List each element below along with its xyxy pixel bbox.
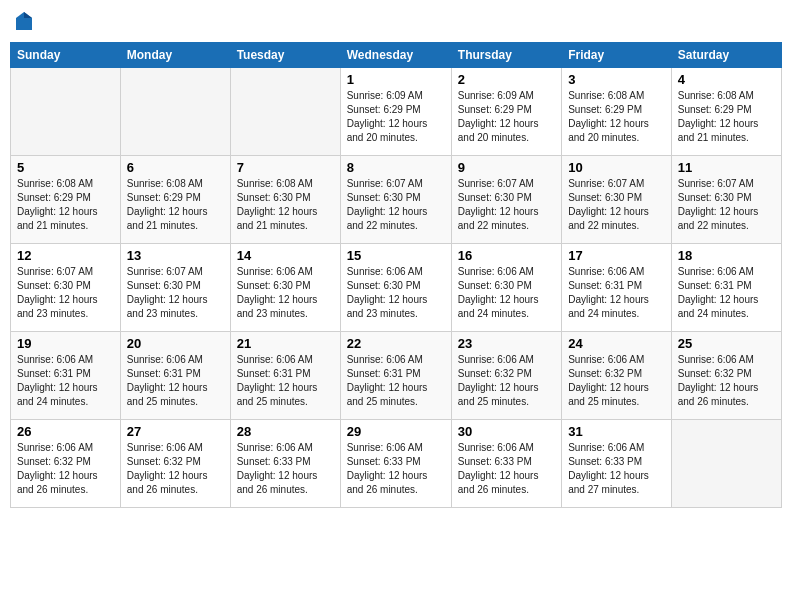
- day-info: Sunrise: 6:08 AM Sunset: 6:29 PM Dayligh…: [678, 89, 775, 145]
- day-number: 21: [237, 336, 334, 351]
- day-info: Sunrise: 6:07 AM Sunset: 6:30 PM Dayligh…: [347, 177, 445, 233]
- day-info: Sunrise: 6:07 AM Sunset: 6:30 PM Dayligh…: [127, 265, 224, 321]
- calendar-cell: 5Sunrise: 6:08 AM Sunset: 6:29 PM Daylig…: [11, 156, 121, 244]
- svg-marker-1: [24, 12, 32, 18]
- calendar-table: SundayMondayTuesdayWednesdayThursdayFrid…: [10, 42, 782, 508]
- day-number: 15: [347, 248, 445, 263]
- day-number: 18: [678, 248, 775, 263]
- day-number: 11: [678, 160, 775, 175]
- day-info: Sunrise: 6:06 AM Sunset: 6:31 PM Dayligh…: [127, 353, 224, 409]
- calendar-cell: [11, 68, 121, 156]
- column-header-wednesday: Wednesday: [340, 43, 451, 68]
- day-number: 2: [458, 72, 555, 87]
- day-number: 27: [127, 424, 224, 439]
- calendar-cell: 24Sunrise: 6:06 AM Sunset: 6:32 PM Dayli…: [562, 332, 672, 420]
- day-number: 17: [568, 248, 665, 263]
- calendar-cell: 19Sunrise: 6:06 AM Sunset: 6:31 PM Dayli…: [11, 332, 121, 420]
- calendar-cell: 10Sunrise: 6:07 AM Sunset: 6:30 PM Dayli…: [562, 156, 672, 244]
- calendar-cell: 3Sunrise: 6:08 AM Sunset: 6:29 PM Daylig…: [562, 68, 672, 156]
- day-info: Sunrise: 6:06 AM Sunset: 6:33 PM Dayligh…: [568, 441, 665, 497]
- day-number: 19: [17, 336, 114, 351]
- logo-icon: [14, 10, 34, 34]
- day-info: Sunrise: 6:06 AM Sunset: 6:30 PM Dayligh…: [347, 265, 445, 321]
- calendar-cell: 16Sunrise: 6:06 AM Sunset: 6:30 PM Dayli…: [451, 244, 561, 332]
- day-number: 30: [458, 424, 555, 439]
- day-number: 4: [678, 72, 775, 87]
- calendar-cell: 30Sunrise: 6:06 AM Sunset: 6:33 PM Dayli…: [451, 420, 561, 508]
- day-info: Sunrise: 6:08 AM Sunset: 6:29 PM Dayligh…: [127, 177, 224, 233]
- calendar-cell: 27Sunrise: 6:06 AM Sunset: 6:32 PM Dayli…: [120, 420, 230, 508]
- day-number: 1: [347, 72, 445, 87]
- day-number: 23: [458, 336, 555, 351]
- day-info: Sunrise: 6:06 AM Sunset: 6:32 PM Dayligh…: [17, 441, 114, 497]
- column-header-saturday: Saturday: [671, 43, 781, 68]
- day-number: 6: [127, 160, 224, 175]
- day-info: Sunrise: 6:09 AM Sunset: 6:29 PM Dayligh…: [458, 89, 555, 145]
- day-info: Sunrise: 6:06 AM Sunset: 6:32 PM Dayligh…: [678, 353, 775, 409]
- week-row-3: 12Sunrise: 6:07 AM Sunset: 6:30 PM Dayli…: [11, 244, 782, 332]
- day-number: 7: [237, 160, 334, 175]
- day-info: Sunrise: 6:08 AM Sunset: 6:29 PM Dayligh…: [568, 89, 665, 145]
- calendar-cell: 18Sunrise: 6:06 AM Sunset: 6:31 PM Dayli…: [671, 244, 781, 332]
- week-row-1: 1Sunrise: 6:09 AM Sunset: 6:29 PM Daylig…: [11, 68, 782, 156]
- day-info: Sunrise: 6:06 AM Sunset: 6:32 PM Dayligh…: [458, 353, 555, 409]
- calendar-cell: [120, 68, 230, 156]
- calendar-cell: 8Sunrise: 6:07 AM Sunset: 6:30 PM Daylig…: [340, 156, 451, 244]
- day-number: 24: [568, 336, 665, 351]
- column-headers: SundayMondayTuesdayWednesdayThursdayFrid…: [11, 43, 782, 68]
- day-number: 8: [347, 160, 445, 175]
- day-info: Sunrise: 6:06 AM Sunset: 6:31 PM Dayligh…: [678, 265, 775, 321]
- calendar-cell: 11Sunrise: 6:07 AM Sunset: 6:30 PM Dayli…: [671, 156, 781, 244]
- day-number: 10: [568, 160, 665, 175]
- calendar-cell: 4Sunrise: 6:08 AM Sunset: 6:29 PM Daylig…: [671, 68, 781, 156]
- day-info: Sunrise: 6:07 AM Sunset: 6:30 PM Dayligh…: [458, 177, 555, 233]
- calendar-cell: 2Sunrise: 6:09 AM Sunset: 6:29 PM Daylig…: [451, 68, 561, 156]
- calendar-cell: 23Sunrise: 6:06 AM Sunset: 6:32 PM Dayli…: [451, 332, 561, 420]
- calendar-cell: 28Sunrise: 6:06 AM Sunset: 6:33 PM Dayli…: [230, 420, 340, 508]
- column-header-friday: Friday: [562, 43, 672, 68]
- day-number: 31: [568, 424, 665, 439]
- day-info: Sunrise: 6:06 AM Sunset: 6:32 PM Dayligh…: [127, 441, 224, 497]
- day-info: Sunrise: 6:08 AM Sunset: 6:29 PM Dayligh…: [17, 177, 114, 233]
- logo: [14, 10, 38, 34]
- column-header-tuesday: Tuesday: [230, 43, 340, 68]
- day-info: Sunrise: 6:06 AM Sunset: 6:31 PM Dayligh…: [237, 353, 334, 409]
- day-info: Sunrise: 6:06 AM Sunset: 6:31 PM Dayligh…: [17, 353, 114, 409]
- day-number: 26: [17, 424, 114, 439]
- day-info: Sunrise: 6:06 AM Sunset: 6:33 PM Dayligh…: [237, 441, 334, 497]
- day-number: 14: [237, 248, 334, 263]
- day-number: 22: [347, 336, 445, 351]
- calendar-cell: 1Sunrise: 6:09 AM Sunset: 6:29 PM Daylig…: [340, 68, 451, 156]
- calendar-cell: 25Sunrise: 6:06 AM Sunset: 6:32 PM Dayli…: [671, 332, 781, 420]
- calendar-cell: 6Sunrise: 6:08 AM Sunset: 6:29 PM Daylig…: [120, 156, 230, 244]
- day-number: 29: [347, 424, 445, 439]
- week-row-5: 26Sunrise: 6:06 AM Sunset: 6:32 PM Dayli…: [11, 420, 782, 508]
- day-info: Sunrise: 6:06 AM Sunset: 6:33 PM Dayligh…: [347, 441, 445, 497]
- calendar-cell: 20Sunrise: 6:06 AM Sunset: 6:31 PM Dayli…: [120, 332, 230, 420]
- week-row-2: 5Sunrise: 6:08 AM Sunset: 6:29 PM Daylig…: [11, 156, 782, 244]
- calendar-cell: 26Sunrise: 6:06 AM Sunset: 6:32 PM Dayli…: [11, 420, 121, 508]
- column-header-thursday: Thursday: [451, 43, 561, 68]
- day-number: 13: [127, 248, 224, 263]
- day-info: Sunrise: 6:06 AM Sunset: 6:31 PM Dayligh…: [568, 265, 665, 321]
- day-info: Sunrise: 6:07 AM Sunset: 6:30 PM Dayligh…: [17, 265, 114, 321]
- day-info: Sunrise: 6:07 AM Sunset: 6:30 PM Dayligh…: [568, 177, 665, 233]
- day-info: Sunrise: 6:09 AM Sunset: 6:29 PM Dayligh…: [347, 89, 445, 145]
- day-info: Sunrise: 6:06 AM Sunset: 6:33 PM Dayligh…: [458, 441, 555, 497]
- day-number: 3: [568, 72, 665, 87]
- day-info: Sunrise: 6:07 AM Sunset: 6:30 PM Dayligh…: [678, 177, 775, 233]
- calendar-cell: 14Sunrise: 6:06 AM Sunset: 6:30 PM Dayli…: [230, 244, 340, 332]
- calendar-cell: 13Sunrise: 6:07 AM Sunset: 6:30 PM Dayli…: [120, 244, 230, 332]
- day-number: 20: [127, 336, 224, 351]
- day-number: 12: [17, 248, 114, 263]
- day-number: 5: [17, 160, 114, 175]
- calendar-cell: 31Sunrise: 6:06 AM Sunset: 6:33 PM Dayli…: [562, 420, 672, 508]
- calendar-cell: [671, 420, 781, 508]
- day-info: Sunrise: 6:08 AM Sunset: 6:30 PM Dayligh…: [237, 177, 334, 233]
- calendar-cell: 12Sunrise: 6:07 AM Sunset: 6:30 PM Dayli…: [11, 244, 121, 332]
- calendar-cell: [230, 68, 340, 156]
- day-number: 9: [458, 160, 555, 175]
- calendar-cell: 22Sunrise: 6:06 AM Sunset: 6:31 PM Dayli…: [340, 332, 451, 420]
- calendar-cell: 29Sunrise: 6:06 AM Sunset: 6:33 PM Dayli…: [340, 420, 451, 508]
- day-number: 16: [458, 248, 555, 263]
